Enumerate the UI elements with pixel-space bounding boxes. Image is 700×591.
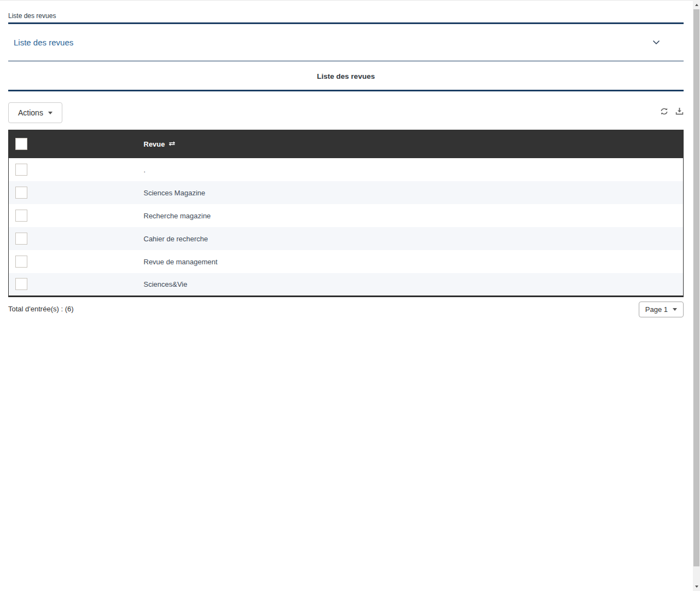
scrollbar-down-button[interactable]: [693, 582, 700, 591]
main-content: Liste des revues Liste des revues Liste …: [8, 0, 684, 317]
refresh-icon[interactable]: [660, 107, 668, 115]
revue-column-label: Revue: [144, 140, 165, 148]
scroll-down-icon: [695, 586, 698, 588]
table-header-row: Revue: [9, 130, 684, 158]
table-row: Recherche magazine: [9, 204, 684, 227]
chevron-down-icon[interactable]: [652, 40, 660, 45]
select-all-cell: [9, 130, 137, 158]
table-row: Sciences Magazine: [9, 181, 684, 204]
vertical-scrollbar[interactable]: [693, 0, 700, 591]
revue-cell: Sciences Magazine: [137, 181, 684, 204]
panel-title: Liste des revues: [14, 38, 73, 47]
revue-cell: .: [137, 158, 684, 181]
caret-down-icon: [673, 308, 677, 311]
row-checkbox-cell: [9, 158, 137, 181]
revue-cell: Recherche magazine: [137, 204, 684, 227]
row-checkbox[interactable]: [15, 187, 27, 199]
caret-down-icon: [48, 112, 52, 114]
page-select-label: Page 1: [645, 305, 668, 314]
table-row: Cahier de recherche: [9, 227, 684, 250]
actions-button-label: Actions: [18, 108, 43, 117]
sort-exchange-icon[interactable]: [168, 140, 176, 148]
toolbar: Actions: [8, 102, 684, 123]
page-select-button[interactable]: Page 1: [639, 302, 684, 317]
row-checkbox-cell: [9, 181, 137, 204]
row-checkbox-cell: [9, 227, 137, 250]
actions-button[interactable]: Actions: [8, 102, 62, 123]
row-checkbox[interactable]: [15, 210, 27, 222]
collapsible-panel-header[interactable]: Liste des revues: [8, 24, 684, 61]
revue-column-header[interactable]: Revue: [137, 130, 684, 158]
table-row: .: [9, 158, 684, 181]
row-checkbox[interactable]: [15, 256, 27, 268]
scrollbar-up-button[interactable]: [693, 0, 700, 9]
row-checkbox[interactable]: [15, 233, 27, 245]
revue-cell: Cahier de recherche: [137, 227, 684, 250]
table-body: .Sciences MagazineRecherche magazineCahi…: [9, 158, 684, 296]
row-checkbox-cell: [9, 273, 137, 296]
scroll-up-icon: [695, 4, 698, 6]
row-checkbox-cell: [9, 204, 137, 227]
revue-cell: Sciences&Vie: [137, 273, 684, 296]
row-checkbox[interactable]: [15, 164, 27, 176]
table-footer: Total d'entrée(s) : (6) Page 1: [8, 302, 684, 317]
table-row: Revue de management: [9, 250, 684, 273]
total-entries-label: Total d'entrée(s) : (6): [8, 302, 74, 313]
revues-table: Revue .Sciences MagazineRecherche magazi: [8, 130, 684, 297]
select-all-checkbox[interactable]: [15, 138, 27, 150]
table-tools: [660, 102, 684, 115]
page-title: Liste des revues: [8, 0, 684, 24]
row-checkbox[interactable]: [15, 278, 27, 290]
revue-cell: Revue de management: [137, 250, 684, 273]
download-icon[interactable]: [675, 107, 684, 115]
row-checkbox-cell: [9, 250, 137, 273]
table-row: Sciences&Vie: [9, 273, 684, 296]
section-title: Liste des revues: [8, 61, 684, 91]
scrollbar-thumb[interactable]: [693, 9, 699, 566]
